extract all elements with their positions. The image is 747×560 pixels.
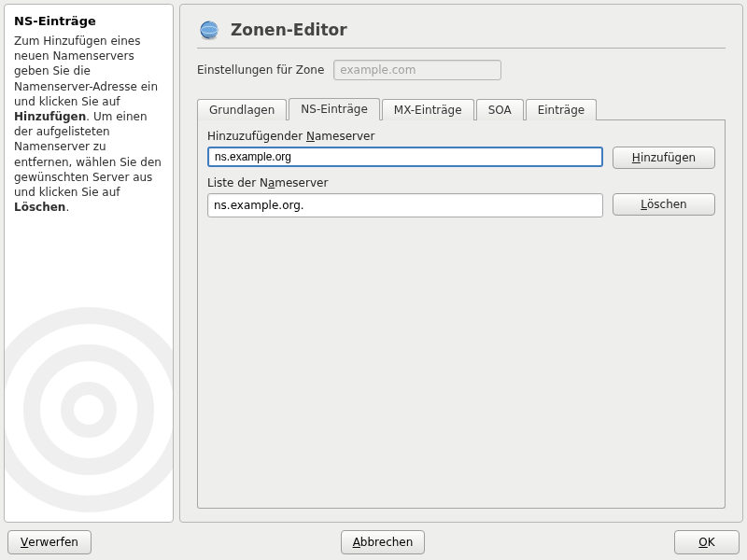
svg-point-2: [202, 35, 217, 40]
watermark: [4, 307, 174, 523]
nameserver-listbox[interactable]: ns.example.org.: [207, 193, 603, 217]
help-title: NS-Einträge: [14, 14, 163, 28]
tab-content: Hinzuzufügender Nameserver Hinzufügen Li…: [197, 120, 726, 509]
bottom-bar: Verwerfen Abbrechen OK: [4, 523, 743, 556]
tab-bar: Grundlagen NS-Einträge MX-Einträge SOA E…: [197, 97, 726, 120]
delete-button[interactable]: Löschen: [613, 193, 715, 216]
nameserver-input[interactable]: [207, 147, 603, 167]
zone-settings-label: Einstellungen für Zone: [197, 63, 324, 77]
nameserver-list-label: Liste der Nameserver: [207, 176, 715, 189]
tab-grundlagen[interactable]: Grundlagen: [197, 99, 287, 120]
main-panel: Zonen-Editor Einstellungen für Zone exam…: [179, 4, 743, 523]
tab-eintraege[interactable]: Einträge: [526, 99, 598, 120]
discard-button[interactable]: Verwerfen: [7, 530, 92, 554]
page-title: Zonen-Editor: [231, 21, 347, 39]
tab-ns-eintraege[interactable]: NS-Einträge: [289, 98, 379, 120]
list-item[interactable]: ns.example.org.: [214, 198, 597, 213]
globe-icon: [197, 18, 221, 42]
nameserver-add-label: Hinzuzufügender Nameserver: [207, 130, 715, 143]
ok-button[interactable]: OK: [674, 530, 740, 554]
help-panel: NS-Einträge Zum Hinzufügen eines neuen N…: [4, 4, 174, 523]
tab-soa[interactable]: SOA: [476, 99, 524, 120]
cancel-button[interactable]: Abbrechen: [341, 530, 425, 554]
add-button[interactable]: Hinzufügen: [613, 147, 715, 169]
help-body: Zum Hinzufügen eines neuen Namenservers …: [14, 34, 163, 215]
tab-mx-eintraege[interactable]: MX-Einträge: [382, 99, 474, 120]
zone-name-field: example.com: [333, 60, 501, 80]
title-rule: [197, 48, 726, 49]
titlebar: Zonen-Editor: [197, 18, 726, 48]
